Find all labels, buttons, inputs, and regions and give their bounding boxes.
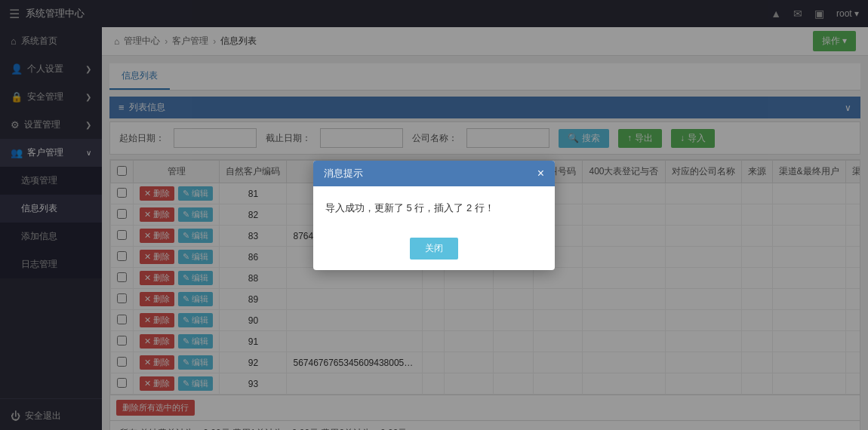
modal-body: 导入成功，更新了 5 行，插入了 2 行！ — [313, 186, 555, 230]
modal-title: 消息提示 — [324, 167, 363, 180]
modal-message: 导入成功，更新了 5 行，插入了 2 行！ — [325, 202, 494, 213]
modal-header: 消息提示 × — [313, 161, 555, 186]
modal-overlay: 消息提示 × 导入成功，更新了 5 行，插入了 2 行！ 关闭 — [0, 0, 868, 430]
modal-footer: 关闭 — [313, 230, 555, 270]
modal-close-button[interactable]: 关闭 — [410, 238, 458, 260]
modal-close-icon[interactable]: × — [537, 167, 544, 180]
modal-box: 消息提示 × 导入成功，更新了 5 行，插入了 2 行！ 关闭 — [313, 161, 555, 270]
